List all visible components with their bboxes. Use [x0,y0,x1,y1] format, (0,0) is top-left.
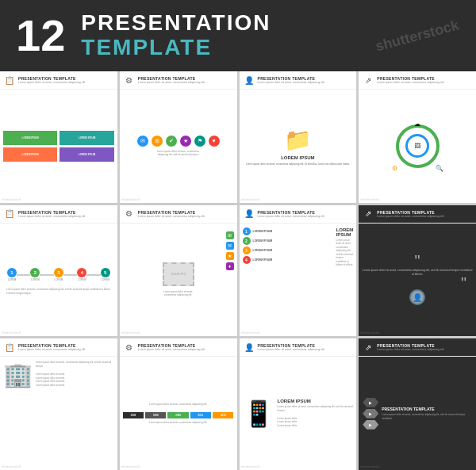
tablet-icon: 📱 [243,399,274,429]
num-label-4: LOREM IPSUM [253,258,273,262]
slide-7-right-text: Lorem ipsum dolor sit amet, consectetur … [336,239,354,267]
icon-red: ♥ [209,136,220,147]
step-2: 2 LOREM [30,268,40,281]
slide-10-title-block: PRESENTATION TEMPLATE Lorem ipsum dolor … [138,343,205,351]
slide-4-body: 🖼 ☁ ⚙ 🔍 [359,90,476,203]
year-2011: 2011 [190,412,211,418]
slide-6-header: ⚙ PRESENTATION TEMPLATE Lorem ipsum dolo… [120,205,237,224]
gear-icon-3: ⚙ [124,342,135,353]
slide-11-header: 👤 PRESENTATION TEMPLATE Lorem ipsum dolo… [240,338,357,357]
slide-6-sidebar-icons: ⊞ ✉ ★ ♦ [226,231,234,270]
slide-11-title-block: PRESENTATION TEMPLATE Lorem ipsum dolor … [258,343,324,351]
slide-7-body: 1 LOREM IPSUM 2 LOREM IPSUM 3 LOREM IPSU… [240,224,357,337]
slide-3-title-block: PRESENTATION TEMPLATE Lorem ipsum dolor … [258,76,324,84]
share-icon: ⇗ [363,75,374,86]
slide-1: 📋 PRESENTATION TEMPLATE Lorem ipsum dolo… [0,71,117,203]
slide-9-building: 🏢 [3,361,33,388]
slide-1-watermark: shutterstock [2,197,21,201]
slide-7-right-heading: LOREM IPSUM [336,227,354,237]
slide-12-watermark: shutterstock [360,464,379,468]
slide-3: 👤 PRESENTATION TEMPLATE Lorem ipsum dolo… [240,71,357,203]
slide-5-bottom-text: Lorem ipsum dolor sit amet, consectetur … [3,288,114,295]
slide-2-header: ⚙ PRESENTATION TEMPLATE Lorem ipsum dolo… [120,71,237,90]
slide-9-title-block: PRESENTATION TEMPLATE Lorem ipsum dolor … [18,343,85,351]
icon-green: ✔ [166,136,177,147]
slide-12-body-text: Lorem ipsum dolor sit amet, consectetur … [382,413,472,421]
slide-1-header: 📋 PRESENTATION TEMPLATE Lorem ipsum dolo… [0,71,117,90]
slide-10: ⚙ PRESENTATION TEMPLATE Lorem ipsum dolo… [120,338,237,470]
slide-4-circle: 🖼 ☁ ⚙ 🔍 [396,124,440,168]
box-purple-label: LOREM IPSUM [79,153,95,156]
slide-8: ⇗ PRESENTATION TEMPLATE Lorem ipsum dolo… [359,205,476,337]
year-1992: 1992 [123,412,144,418]
slide-11: 👤 PRESENTATION TEMPLATE Lorem ipsum dolo… [240,338,357,470]
slide-4-watermark: shutterstock [360,197,379,201]
num-item-3: 3 LOREM IPSUM [243,246,333,254]
num-item-2: 2 LOREM IPSUM [243,237,333,245]
sidebar-icon-2: ✉ [226,242,234,250]
slide-8-body: " Lorem ipsum dolor sit amet, consectetu… [359,224,476,337]
slide-5: 📋 PRESENTATION TEMPLATE Lorem ipsum dolo… [0,205,117,337]
slide-2-text: Lorem ipsum dolor sit amet, consectetura… [157,150,199,157]
step-5-label: LOREM [101,278,109,281]
slide-12-right: PRESENTATION TEMPLATE Lorem ipsum dolor … [382,407,472,421]
icon-blue: ✉ [137,136,148,147]
your-pic-placeholder: YOUR PIC [163,262,194,286]
slide-2: ⚙ PRESENTATION TEMPLATE Lorem ipsum dolo… [120,71,237,203]
slide-7-header: 👤 PRESENTATION TEMPLATE Lorem ipsum dolo… [240,205,357,224]
step-5: 5 LOREM [101,268,110,281]
slide-4: ⇗ PRESENTATION TEMPLATE Lorem ipsum dolo… [359,71,476,203]
num-badge-1: 1 [243,227,251,235]
box-orange: LOREM IPSUM [3,147,57,162]
sidebar-icon-3: ★ [226,252,234,260]
image-icon: 🖼 [414,143,420,150]
slide-2-watermark: shutterstock [121,197,140,201]
person-icon-2: 👤 [244,208,255,220]
slide-5-timeline: 1 LOREM 2 LOREM 3 LOREM 4 LOREM [3,264,114,285]
slide-6-subtitle: Lorem ipsum dolor sit amet, consectetur … [138,215,205,218]
header-watermark: shutterstock [374,17,461,55]
slide-12-heading: PRESENTATION TEMPLATE [382,407,472,411]
num-label-1: LOREM IPSUM [253,230,273,233]
slide-4-header: ⇗ PRESENTATION TEMPLATE Lorem ipsum dolo… [359,71,476,90]
slide-6: ⚙ PRESENTATION TEMPLATE Lorem ipsum dolo… [120,205,237,337]
sidebar-icon-1: ⊞ [226,231,234,239]
num-item-4: 4 LOREM IPSUM [243,256,333,264]
your-pic-label: YOUR PIC [171,272,186,276]
step-3-circle: 3 [54,268,63,277]
header-template-label: TEMPLATE [81,36,271,60]
slide-5-header: 📋 PRESENTATION TEMPLATE Lorem ipsum dolo… [0,205,117,224]
slide-3-body-text: Lorem ipsum dolor sit amet, consectetur … [246,162,350,166]
slide-4-subtitle: Lorem ipsum dolor sit amet, consectetur … [377,81,443,84]
slide-10-subtitle: Lorem ipsum dolor sit amet, consectetur … [138,348,205,351]
step-1-circle: 1 [7,268,17,277]
slide-11-body-text: Lorem ipsum dolor sit amet, consectetur … [278,405,354,428]
slides-grid: 📋 PRESENTATION TEMPLATE Lorem ipsum dolo… [0,71,476,470]
slide-2-icons-row: ✉ ⊞ ✔ ★ ⚑ ♥ [137,136,220,147]
slide-11-right: LOREM IPSUM Lorem ipsum dolor sit amet, … [278,399,354,428]
slide-2-subtitle: Lorem ipsum dolor sit amet, consectetur … [138,81,205,84]
slide-5-title-block: PRESENTATION TEMPLATE Lorem ipsum dolor … [18,210,85,218]
doc-icon: 📋 [4,75,15,86]
icon-orange: ⊞ [152,136,163,147]
step-3: 3 LOREM [54,268,63,281]
num-badge-2: 2 [243,237,251,245]
gear-icon-small: ⚙ [392,165,397,172]
share-icon-3: ⇗ [363,342,374,353]
icon-purple: ★ [180,136,191,147]
search-icon-small: 🔍 [436,165,443,172]
building-icon: 🏢 [3,361,33,388]
slide-7-title-block: PRESENTATION TEMPLATE Lorem ipsum dolor … [258,210,324,218]
slide-8-title-block: PRESENTATION TEMPLATE Lorem ipsum dolor … [377,210,443,218]
box-orange-label: LOREM IPSUM [22,153,39,156]
slide-3-folder-area: 📁 LOREM IPSUM Lorem ipsum dolor sit amet… [246,127,350,166]
icon-teal: ⚑ [194,136,205,147]
slide-1-body: LOREM IPSUM LOREM IPSUM LOREM IPSUM LORE… [0,90,117,203]
arrow-line-2 [40,274,53,276]
num-item-1: 1 LOREM IPSUM [243,227,333,235]
slide-7-right: LOREM IPSUM Lorem ipsum dolor sit amet, … [336,227,354,267]
num-label-2: LOREM IPSUM [253,239,273,243]
slide-12-hexes: ▶ ▶ ▶ [363,398,378,430]
doc-icon-3: 📋 [4,342,15,353]
step-5-circle: 5 [101,268,110,277]
